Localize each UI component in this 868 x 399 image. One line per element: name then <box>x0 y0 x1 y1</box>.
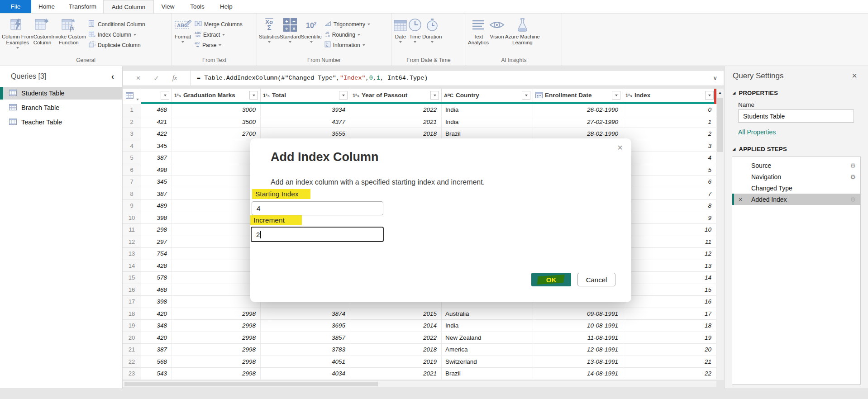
table-cell[interactable] <box>172 176 261 188</box>
filter-dropdown-button[interactable] <box>612 91 620 100</box>
table-cell[interactable] <box>172 284 261 296</box>
table-cell[interactable]: 4 <box>623 152 716 164</box>
table-cell[interactable]: 8 <box>623 200 716 212</box>
table-cell[interactable]: 2998 <box>172 356 261 368</box>
table-cell[interactable]: India <box>442 116 533 128</box>
table-cell[interactable]: 2021 <box>350 116 442 128</box>
filter-dropdown-button[interactable] <box>161 91 169 100</box>
table-cell[interactable]: 4051 <box>261 356 350 368</box>
row-number[interactable]: 19 <box>123 320 141 332</box>
applied-step-added-index[interactable]: ×Added Index⚙ <box>732 194 860 205</box>
tab-help[interactable]: Help <box>213 0 240 13</box>
table-cell[interactable] <box>172 260 261 272</box>
filter-dropdown-button[interactable] <box>249 91 258 100</box>
column-header-graduation-marks[interactable]: 1²₃Graduation Marks <box>172 89 261 102</box>
table-cell[interactable]: 468 <box>141 104 172 116</box>
table-cell[interactable]: 428 <box>141 260 172 272</box>
query-name-input[interactable]: Students Table <box>738 109 854 123</box>
close-settings-icon[interactable]: × <box>852 71 857 81</box>
row-number[interactable]: 1 <box>123 104 141 116</box>
row-number[interactable]: 13 <box>123 248 141 260</box>
table-cell[interactable]: 2022 <box>350 104 442 116</box>
collapse-pane-icon[interactable]: ‹ <box>111 73 114 80</box>
query-item-students-table[interactable]: Students Table <box>0 87 122 100</box>
ribbon-button-duplicate-column[interactable]: Duplicate Column <box>89 41 145 49</box>
table-cell[interactable]: 2998 <box>172 332 261 344</box>
table-cell[interactable] <box>172 188 261 200</box>
table-cell[interactable]: 345 <box>141 140 172 152</box>
vertical-scroll-thumb[interactable] <box>717 98 723 152</box>
horizontal-scrollbar[interactable] <box>123 381 716 387</box>
row-number[interactable]: 21 <box>123 344 141 356</box>
table-cell[interactable]: 13 <box>623 260 716 272</box>
tab-add-column[interactable]: Add Column <box>103 0 154 13</box>
ribbon-button-time[interactable]: Time <box>408 16 422 43</box>
table-cell[interactable]: 2021 <box>350 368 442 380</box>
table-cell[interactable]: 3000 <box>172 104 261 116</box>
table-cell[interactable] <box>172 212 261 224</box>
query-item-branch-table[interactable]: Branch Table <box>0 101 122 114</box>
ribbon-button-standard[interactable]: +−÷×Standard <box>280 16 301 43</box>
table-cell[interactable]: 3 <box>623 140 716 152</box>
table-cell[interactable]: 422 <box>141 128 172 140</box>
tab-home[interactable]: Home <box>31 0 62 13</box>
step-settings-gear-icon[interactable]: ⚙ <box>850 162 856 169</box>
query-item-teacher-table[interactable]: Teacher Table <box>0 116 122 128</box>
tab-transform[interactable]: Transform <box>62 0 103 13</box>
table-cell[interactable]: 0 <box>623 104 716 116</box>
table-cell[interactable]: 12-08-1991 <box>533 344 623 356</box>
vertical-scrollbar[interactable]: ▲ <box>716 89 724 380</box>
row-number[interactable]: 23 <box>123 368 141 380</box>
table-cell[interactable]: 2 <box>623 128 716 140</box>
table-cell[interactable]: Australia <box>442 308 533 320</box>
table-cell[interactable]: 3500 <box>172 116 261 128</box>
table-cell[interactable]: 345 <box>141 176 172 188</box>
row-number[interactable]: 16 <box>123 284 141 296</box>
close-dialog-icon[interactable]: × <box>617 142 623 153</box>
expand-formula-icon[interactable]: ∨ <box>713 75 717 81</box>
ribbon-button-index-column[interactable]: 3Index Column <box>89 30 145 39</box>
table-cell[interactable]: 22 <box>623 368 716 380</box>
table-cell[interactable]: 420 <box>141 332 172 344</box>
ribbon-button-date[interactable]: Date <box>393 16 408 43</box>
tab-file[interactable]: File <box>0 0 31 13</box>
table-cell[interactable]: 398 <box>141 296 172 308</box>
table-cell[interactable]: 27-02-1990 <box>533 116 623 128</box>
column-header-country[interactable]: AᴮCCountry <box>442 89 533 102</box>
cancel-button[interactable]: Cancel <box>577 273 615 286</box>
table-cell[interactable]: 568 <box>141 356 172 368</box>
table-cell[interactable]: 4034 <box>261 368 350 380</box>
table-cell[interactable]: 387 <box>141 344 172 356</box>
table-cell[interactable]: 498 <box>141 164 172 176</box>
table-cell[interactable]: 7 <box>623 188 716 200</box>
table-cell[interactable] <box>172 224 261 236</box>
table-cell[interactable]: 21 <box>623 356 716 368</box>
applied-step-changed-type[interactable]: Changed Type <box>732 182 860 194</box>
starting-index-input[interactable]: 4 <box>252 201 383 215</box>
table-cell[interactable]: 2700 <box>172 128 261 140</box>
ribbon-button-statistics[interactable]: ΧσΣStatistics <box>259 16 280 43</box>
table-cell[interactable]: 14 <box>623 272 716 284</box>
table-cell[interactable]: 3857 <box>261 332 350 344</box>
table-cell[interactable]: 17 <box>623 308 716 320</box>
horizontal-scroll-thumb[interactable] <box>124 382 378 386</box>
table-cell[interactable]: 3934 <box>261 104 350 116</box>
ribbon-button-text-analytics[interactable]: TextAnalytics <box>468 16 489 46</box>
ribbon-button-trigonometry[interactable]: Trigonometry <box>324 20 370 28</box>
table-cell[interactable]: 9 <box>623 212 716 224</box>
table-cell[interactable]: 489 <box>141 200 172 212</box>
delete-step-icon[interactable]: × <box>739 196 742 203</box>
table-cell[interactable]: 15 <box>623 284 716 296</box>
ribbon-button-parse[interactable]: abc⇥Parse <box>195 41 243 49</box>
table-cell[interactable]: India <box>442 320 533 332</box>
table-cell[interactable]: 10 <box>623 224 716 236</box>
table-cell[interactable]: 1 <box>623 116 716 128</box>
table-cell[interactable]: 387 <box>141 152 172 164</box>
ok-button[interactable]: OK <box>531 273 571 286</box>
table-cell[interactable]: 2018 <box>350 344 442 356</box>
ribbon-button-extract[interactable]: ABC123Extract <box>195 30 243 39</box>
table-cell[interactable]: 2022 <box>350 332 442 344</box>
table-cell[interactable]: 4377 <box>261 116 350 128</box>
row-number[interactable]: 15 <box>123 272 141 284</box>
step-settings-gear-icon[interactable]: ⚙ <box>850 196 856 203</box>
